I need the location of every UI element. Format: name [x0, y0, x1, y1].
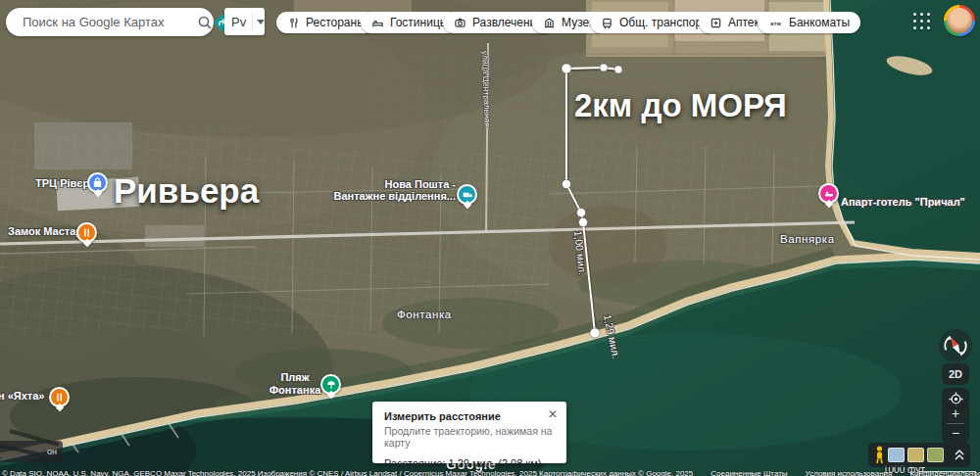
search-icon[interactable]	[197, 15, 213, 30]
dialog-title: Измерить расстояние	[384, 410, 555, 422]
mall-pin[interactable]	[87, 172, 108, 193]
attribution-bar: © Data SIO, NOAA, U.S. Navy, NGA, GEBCO …	[2, 469, 980, 476]
chevron-down-icon[interactable]	[257, 20, 265, 24]
zoom-out-button[interactable]: −	[942, 424, 969, 444]
search-bar[interactable]	[6, 8, 214, 36]
place-label-apart-hotel[interactable]: Апарт-готель "Причал"	[841, 196, 965, 208]
region-link[interactable]: Соединенные Штаты	[710, 469, 787, 476]
truck-icon	[462, 189, 473, 201]
avatar-photo	[947, 8, 972, 33]
clipped-control[interactable]: он	[0, 441, 63, 462]
measure-distance-dialog: Измерить расстояние Продлите траекторию,…	[372, 402, 566, 463]
dialog-distance-value: Расстояние: 1,29 мил. (2,08 км)	[384, 457, 555, 469]
close-icon[interactable]: ✕	[548, 407, 558, 421]
pharmacy-icon	[710, 17, 722, 29]
restaurant-icon	[287, 17, 300, 29]
annotation-sea-distance: 2км до МОРЯ	[574, 87, 787, 124]
svg-text:атм: атм	[770, 20, 781, 25]
map-style-thumbnail-terrain[interactable]	[907, 448, 924, 462]
dimension-toggle-button[interactable]: 2D	[942, 363, 969, 385]
atm-icon: атм	[768, 17, 783, 29]
museum-icon	[543, 17, 556, 29]
terms-link[interactable]: Условия использования	[806, 469, 893, 476]
camera-icon	[454, 17, 466, 29]
place-label-nova-poshta[interactable]: Нова Пошта - Вантажне відділення...	[333, 178, 456, 202]
google-maps-app: улица Центральная 1,00 мил. 1,29 мил. Ри…	[0, 0, 980, 476]
dialog-hint: Продлите траекторию, нажимая на карту	[384, 425, 555, 449]
annotation-riviera: Ривьера	[114, 171, 259, 211]
post-pin[interactable]	[457, 184, 477, 205]
hotel-icon	[371, 17, 384, 29]
compass-icon	[941, 331, 970, 360]
bottom-right-toolbox	[868, 443, 970, 467]
beach-umbrella-icon	[325, 379, 337, 391]
account-avatar[interactable]	[944, 5, 975, 36]
profile-shortcut-box[interactable]: Pv	[224, 8, 265, 35]
zoom-control: + −	[942, 404, 969, 443]
bed-icon	[823, 188, 835, 200]
locality-label-vapnyarka[interactable]: Вапнярка	[780, 233, 835, 245]
transit-icon	[601, 17, 613, 29]
attribution-text: © Data SIO, NOAA, U.S. Navy, NGA, GEBCO …	[2, 469, 693, 476]
shopping-bag-icon	[92, 177, 103, 188]
privacy-link[interactable]: Конфиденциальность	[909, 469, 980, 476]
hotel-pin[interactable]	[818, 183, 839, 204]
restaurant-pin-yahta[interactable]	[49, 387, 70, 407]
place-label-beach-fontanka[interactable]: Пляж Фонтанка	[263, 371, 327, 397]
apps-grid-icon[interactable]	[913, 13, 932, 31]
restaurant-pin[interactable]	[76, 222, 97, 243]
collapse-chevrons-icon[interactable]	[955, 450, 964, 460]
fork-knife-icon	[81, 227, 92, 238]
beach-pin[interactable]	[320, 374, 341, 395]
map-style-thumbnail-default[interactable]	[888, 448, 905, 462]
place-label-restaurant-yahta[interactable]: Ресторан «Яхта»	[0, 390, 44, 402]
search-input[interactable]	[21, 14, 197, 30]
locality-label-fontanka[interactable]: Фонтанка	[397, 309, 452, 320]
fork-knife-icon	[54, 392, 65, 403]
map-style-thumbnail-satellite[interactable]	[927, 448, 944, 462]
zoom-in-button[interactable]: +	[942, 404, 969, 423]
compass-control[interactable]	[939, 329, 972, 362]
pegman-icon[interactable]	[874, 446, 885, 464]
chip-atms[interactable]: атм Банкоматы	[758, 12, 860, 33]
